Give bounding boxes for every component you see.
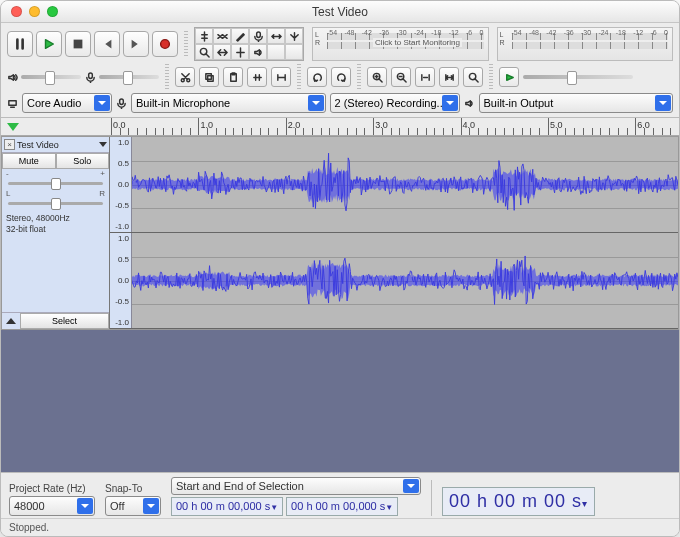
app-window: Test Video <box>0 0 680 537</box>
stop-button[interactable] <box>65 31 91 57</box>
titlebar: Test Video <box>1 1 679 23</box>
zoom-tool[interactable] <box>195 44 213 60</box>
selection-toolbar: Project Rate (Hz) 48000 Snap-To Off Star… <box>1 472 679 518</box>
audio-position-display[interactable]: 00 h 00 m 00 s▾ <box>442 487 595 516</box>
skip-start-button[interactable] <box>94 31 120 57</box>
status-text: Stopped. <box>9 522 49 533</box>
mic-icon <box>85 72 96 83</box>
vertical-axis: 1.00.50.0-0.5-1.0 <box>110 137 132 232</box>
playback-device-select[interactable]: Built-in Output <box>479 93 674 113</box>
minimize-window-button[interactable] <box>29 6 40 17</box>
zoom-toggle-button[interactable] <box>463 67 483 87</box>
svg-rect-15 <box>120 98 124 104</box>
mic-icon <box>116 98 127 109</box>
zoom-out-button[interactable] <box>391 67 411 87</box>
track-control-panel: × Test Video Mute Solo -+ LR Stereo, 480… <box>2 137 110 329</box>
host-icon <box>7 98 18 109</box>
copy-button[interactable] <box>199 67 219 87</box>
fit-project-button[interactable] <box>439 67 459 87</box>
snap-to-select[interactable]: Off <box>105 496 161 516</box>
waveform-column: 1.00.50.0-0.5-1.0 1.00.50.0-0.5-1.0 <box>110 137 678 329</box>
playback-speed-slider[interactable] <box>523 75 633 79</box>
svg-rect-0 <box>74 40 83 49</box>
track-close-button[interactable]: × <box>4 139 15 150</box>
mic-tool-icon[interactable] <box>249 28 267 44</box>
multi-tool[interactable] <box>285 28 303 44</box>
envelope-tool[interactable] <box>213 28 231 44</box>
project-rate-label: Project Rate (Hz) <box>9 483 95 494</box>
play-button[interactable] <box>36 31 62 57</box>
recording-channels-select[interactable]: 2 (Stereo) Recording... <box>330 93 460 113</box>
meter-lr-label: LR <box>500 31 505 47</box>
undo-button[interactable] <box>307 67 327 87</box>
playback-meter[interactable]: LR -54-48-42-36-30-24-18-12-60 <box>497 27 674 61</box>
waveform-left[interactable] <box>132 137 678 232</box>
toolbar-separator <box>489 64 493 90</box>
timeline-ruler[interactable]: 0.01.02.03.04.05.06.0 <box>111 118 679 135</box>
fit-tool[interactable] <box>231 44 249 60</box>
close-window-button[interactable] <box>11 6 22 17</box>
paste-button[interactable] <box>223 67 243 87</box>
timeshift-tool[interactable] <box>267 28 285 44</box>
status-bar: Stopped. <box>1 518 679 536</box>
solo-button[interactable]: Solo <box>56 153 110 169</box>
toolbars: LR Click to Start Monitoring -54-48-42-3… <box>1 23 679 118</box>
track-format-info: Stereo, 48000Hz 32-bit float <box>2 209 109 238</box>
pan-slider[interactable] <box>2 198 109 209</box>
draw-tool[interactable] <box>231 28 249 44</box>
pin-icon <box>7 123 19 131</box>
speaker-tool[interactable] <box>249 44 267 60</box>
selection-end-time[interactable]: 00 h 00 m 00,000 s▼ <box>286 497 398 516</box>
mute-button[interactable]: Mute <box>2 153 56 169</box>
redo-button[interactable] <box>331 67 351 87</box>
silence-button[interactable] <box>271 67 291 87</box>
extra-tool-a[interactable] <box>267 44 285 60</box>
tools-toolbar <box>194 27 304 61</box>
selection-format-select[interactable]: Start and End of Selection <box>171 477 421 495</box>
toolbar-separator <box>184 31 188 57</box>
meter-ticks: -54-48-42-36-30-24-18-12-60 <box>512 28 669 60</box>
selection-tool[interactable] <box>195 28 213 44</box>
trim-button[interactable] <box>247 67 267 87</box>
svg-point-1 <box>161 40 170 49</box>
recording-volume[interactable] <box>85 72 159 83</box>
gain-slider[interactable] <box>2 178 109 189</box>
svg-rect-14 <box>9 100 16 105</box>
track-menu-dropdown[interactable] <box>99 142 107 147</box>
record-button[interactable] <box>152 31 178 57</box>
snap-to-label: Snap-To <box>105 483 161 494</box>
recording-device-select[interactable]: Built-in Microphone <box>131 93 326 113</box>
play-at-speed-button[interactable] <box>499 67 519 87</box>
window-title: Test Video <box>1 5 679 19</box>
extra-tool-b[interactable] <box>285 44 303 60</box>
skip-end-button[interactable] <box>123 31 149 57</box>
selection-start-time[interactable]: 00 h 00 m 00,000 s▼ <box>171 497 283 516</box>
vertical-axis: 1.00.50.0-0.5-1.0 <box>110 233 132 328</box>
meter-lr-label: LR <box>315 31 320 47</box>
svg-rect-4 <box>89 72 93 78</box>
channel-left: 1.00.50.0-0.5-1.0 <box>110 137 678 233</box>
zoom-window-button[interactable] <box>47 6 58 17</box>
zoom-out-tool[interactable] <box>213 44 231 60</box>
speaker-icon <box>464 98 475 109</box>
window-controls <box>1 6 58 17</box>
zoom-in-button[interactable] <box>367 67 387 87</box>
empty-track-area[interactable] <box>1 330 679 472</box>
pin-toggle[interactable] <box>1 118 111 135</box>
fit-selection-button[interactable] <box>415 67 435 87</box>
toolbar-separator <box>165 64 169 90</box>
pause-button[interactable] <box>7 31 33 57</box>
audio-host-select[interactable]: Core Audio <box>22 93 112 113</box>
recording-meter[interactable]: LR Click to Start Monitoring -54-48-42-3… <box>312 27 489 61</box>
select-track-button[interactable]: Select <box>20 313 109 329</box>
waveform-right[interactable] <box>132 233 678 328</box>
project-rate-select[interactable]: 48000 <box>9 496 95 516</box>
speaker-icon <box>7 72 18 83</box>
cut-button[interactable] <box>175 67 195 87</box>
collapse-track-button[interactable] <box>2 313 20 329</box>
svg-rect-7 <box>205 73 211 79</box>
svg-rect-8 <box>207 75 213 81</box>
toolbar-separator <box>357 64 361 90</box>
transport-toolbar <box>7 31 178 57</box>
playback-volume[interactable] <box>7 72 81 83</box>
